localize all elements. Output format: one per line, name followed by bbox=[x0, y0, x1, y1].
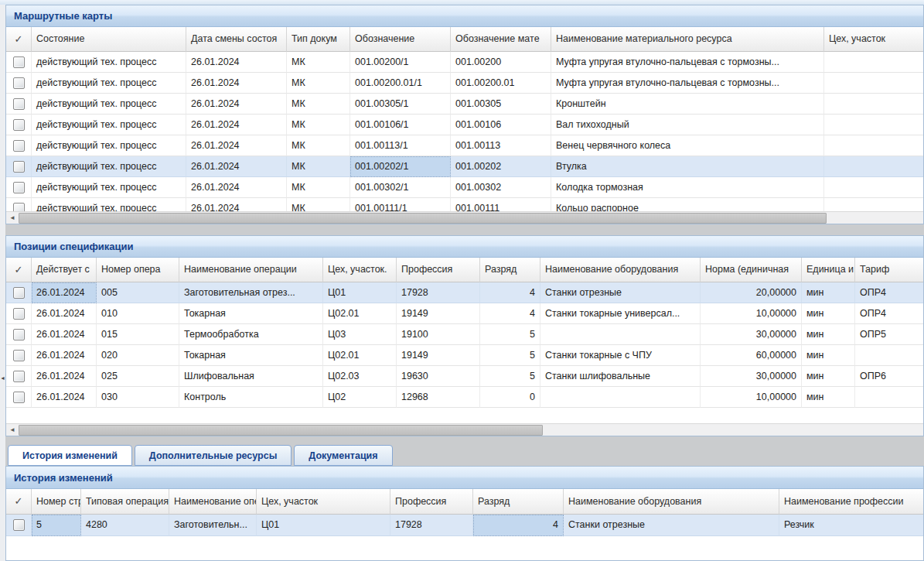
splitter-collapse-icon[interactable]: ◄ bbox=[0, 371, 5, 385]
grid-cell[interactable]: 10,00000 bbox=[701, 387, 802, 408]
grid-cell[interactable]: 0 bbox=[480, 387, 540, 408]
grid-cell[interactable]: 26.01.2024 bbox=[186, 94, 287, 115]
grid-cell[interactable]: Муфта упругая втулочно-пальцевая с тормо… bbox=[551, 73, 824, 94]
column-header-tariff[interactable]: Тариф bbox=[855, 258, 923, 282]
grid-cell[interactable]: 19149 bbox=[397, 303, 480, 324]
grid-cell[interactable]: 26.01.2024 bbox=[186, 73, 287, 94]
grid-cell[interactable]: Венец червячного колеса bbox=[551, 135, 824, 156]
column-header-profession-name[interactable]: Наименование профессии bbox=[779, 489, 923, 515]
grid-cell[interactable]: 26.01.2024 bbox=[32, 282, 97, 303]
scroll-left-icon[interactable]: ◄ bbox=[6, 212, 19, 223]
table-row[interactable]: действующий тех. процесс26.01.2024МК001.… bbox=[6, 135, 923, 156]
column-header-operation-name[interactable]: Наименование операции bbox=[179, 258, 323, 282]
grid-cell[interactable]: Резчик bbox=[779, 515, 923, 536]
grid-cell[interactable]: МК bbox=[287, 115, 350, 135]
column-header-unit[interactable]: Единица и bbox=[802, 258, 855, 282]
grid-cell[interactable]: Ц02.01 bbox=[323, 345, 397, 366]
grid-cell[interactable]: 26.01.2024 bbox=[186, 177, 287, 198]
column-header-material-name[interactable]: Наименование материального ресурса bbox=[551, 27, 824, 52]
row-checkbox[interactable] bbox=[13, 392, 25, 403]
grid-cell[interactable]: 005 bbox=[97, 282, 179, 303]
column-header-workshop[interactable]: Цех, участок bbox=[824, 27, 923, 52]
grid-cell[interactable] bbox=[540, 387, 701, 408]
select-all-icon[interactable]: ✓ bbox=[6, 489, 32, 515]
grid-cell[interactable] bbox=[540, 324, 701, 345]
grid-cell[interactable]: Станки отрезные bbox=[564, 515, 779, 536]
grid-cell[interactable]: МК bbox=[287, 156, 350, 177]
select-all-icon[interactable]: ✓ bbox=[6, 258, 32, 282]
scroll-left-icon[interactable]: ◄ bbox=[6, 424, 19, 435]
row-checkbox[interactable] bbox=[13, 350, 25, 361]
grid-cell[interactable]: 26.01.2024 bbox=[186, 115, 287, 135]
grid-cell[interactable] bbox=[824, 52, 923, 73]
grid-cell[interactable]: Муфта упругая втулочно-пальцевая с тормо… bbox=[551, 52, 824, 73]
grid-cell[interactable]: действующий тех. процесс bbox=[32, 52, 186, 73]
grid-cell[interactable] bbox=[824, 73, 923, 94]
grid-cell[interactable] bbox=[824, 135, 923, 156]
grid-cell[interactable]: 26.01.2024 bbox=[186, 156, 287, 177]
grid-cell[interactable]: действующий тех. процесс bbox=[32, 198, 186, 211]
grid-cell[interactable]: действующий тех. процесс bbox=[32, 73, 186, 94]
scrollbar-thumb[interactable] bbox=[19, 213, 827, 224]
grid-cell[interactable]: 001.00200/1 bbox=[350, 52, 451, 73]
table-row[interactable]: 54280Заготовительн...Ц01179284Станки отр… bbox=[6, 515, 923, 536]
column-header-workshop[interactable]: Цех, участок. bbox=[323, 258, 397, 282]
column-header-norm[interactable]: Норма (единичная bbox=[701, 258, 802, 282]
grid-cell[interactable]: ОПР4 bbox=[855, 303, 923, 324]
grid-cell[interactable]: МК bbox=[287, 73, 350, 94]
grid-cell[interactable]: 20,00000 bbox=[701, 282, 802, 303]
grid-cell[interactable]: 19100 bbox=[397, 324, 480, 345]
grid-cell[interactable]: 26.01.2024 bbox=[32, 345, 97, 366]
table-row[interactable]: действующий тех. процесс26.01.2024МК001.… bbox=[6, 115, 923, 135]
grid-cell[interactable]: МК bbox=[287, 52, 350, 73]
grid-cell[interactable]: ОПР6 bbox=[855, 366, 923, 387]
grid-cell[interactable]: МК bbox=[287, 177, 350, 198]
table-row[interactable]: 26.01.2024020ТокарнаяЦ02.01191495Станки … bbox=[6, 345, 923, 366]
grid-cell[interactable]: Контроль bbox=[179, 387, 323, 408]
grid-cell[interactable] bbox=[855, 345, 923, 366]
grid-cell[interactable]: 001.00302 bbox=[451, 177, 551, 198]
grid-cell[interactable]: 10,00000 bbox=[701, 303, 802, 324]
grid-cell[interactable]: 030 bbox=[97, 387, 179, 408]
grid-cell[interactable]: Колодка тормозная bbox=[551, 177, 824, 198]
table-row[interactable]: действующий тех. процесс26.01.2024МК001.… bbox=[6, 94, 923, 115]
grid-cell[interactable]: МК bbox=[287, 198, 350, 211]
grid-cell[interactable]: Ц01 bbox=[323, 282, 397, 303]
grid-cell[interactable]: Ц03 bbox=[323, 324, 397, 345]
grid-cell[interactable]: действующий тех. процесс bbox=[32, 135, 186, 156]
grid-cell[interactable]: Кронштейн bbox=[551, 94, 824, 115]
column-header-workshop[interactable]: Цех, участок bbox=[257, 489, 390, 515]
column-header-operation-number[interactable]: Номер опера bbox=[97, 258, 179, 282]
grid-cell[interactable]: мин bbox=[802, 324, 855, 345]
grid-cell[interactable]: действующий тех. процесс bbox=[32, 115, 186, 135]
grid-cell[interactable] bbox=[824, 177, 923, 198]
grid-cell[interactable]: 30,00000 bbox=[701, 324, 802, 345]
grid-cell[interactable]: 001.00106/1 bbox=[350, 115, 451, 135]
grid-cell[interactable]: 30,00000 bbox=[701, 366, 802, 387]
grid-cell[interactable]: Ц02 bbox=[323, 387, 397, 408]
grid-cell[interactable] bbox=[824, 94, 923, 115]
grid-cell[interactable] bbox=[824, 198, 923, 211]
grid-cell[interactable]: Термообработка bbox=[179, 324, 323, 345]
grid-cell[interactable]: Станки токарные универсал... bbox=[540, 303, 701, 324]
row-checkbox[interactable] bbox=[13, 371, 25, 382]
row-checkbox[interactable] bbox=[13, 182, 25, 193]
grid-cell[interactable]: 12968 bbox=[397, 387, 480, 408]
grid-cell[interactable]: мин bbox=[802, 345, 855, 366]
grid-cell[interactable]: 26.01.2024 bbox=[186, 135, 287, 156]
grid-cell[interactable]: мин bbox=[802, 303, 855, 324]
grid-cell[interactable]: 4 bbox=[473, 515, 564, 536]
grid-cell[interactable]: 001.00200.01/1 bbox=[350, 73, 451, 94]
table-row[interactable]: действующий тех. процесс26.01.2024МК001.… bbox=[6, 156, 923, 177]
grid-cell[interactable]: 4 bbox=[480, 303, 540, 324]
grid-cell[interactable]: мин bbox=[802, 282, 855, 303]
grid-cell[interactable]: Кольцо распорное bbox=[551, 198, 824, 211]
grid-cell[interactable]: Станки отрезные bbox=[540, 282, 701, 303]
grid-cell[interactable]: 26.01.2024 bbox=[32, 324, 97, 345]
grid-cell[interactable]: ОПР5 bbox=[855, 324, 923, 345]
table-row[interactable]: действующий тех. процесс26.01.2024МК001.… bbox=[6, 198, 923, 211]
grid-cell[interactable]: 015 bbox=[97, 324, 179, 345]
grid-cell[interactable]: 26.01.2024 bbox=[32, 387, 97, 408]
column-header-grade[interactable]: Разряд bbox=[473, 489, 564, 515]
row-checkbox[interactable] bbox=[13, 119, 25, 131]
